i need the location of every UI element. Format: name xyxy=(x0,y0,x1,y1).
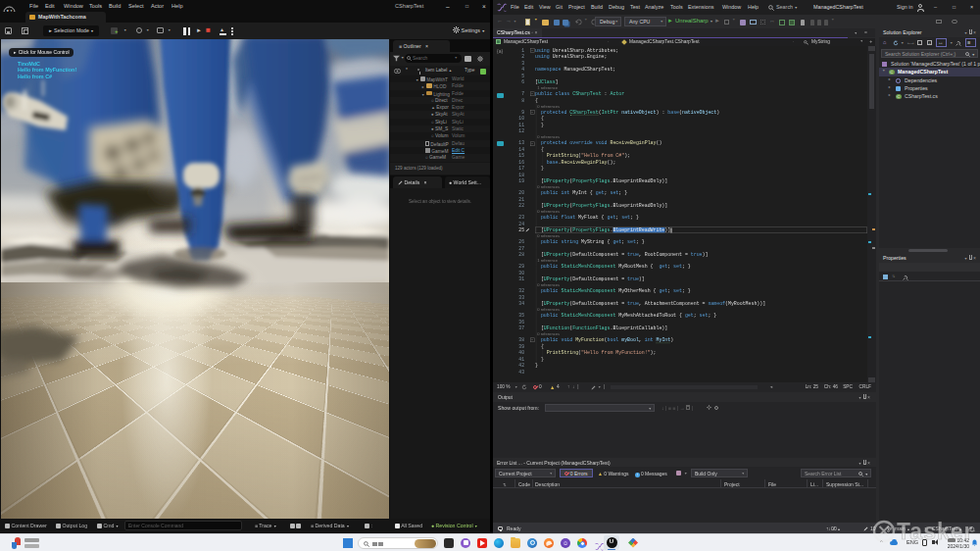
svg-text:Tasker: Tasker xyxy=(897,519,973,544)
